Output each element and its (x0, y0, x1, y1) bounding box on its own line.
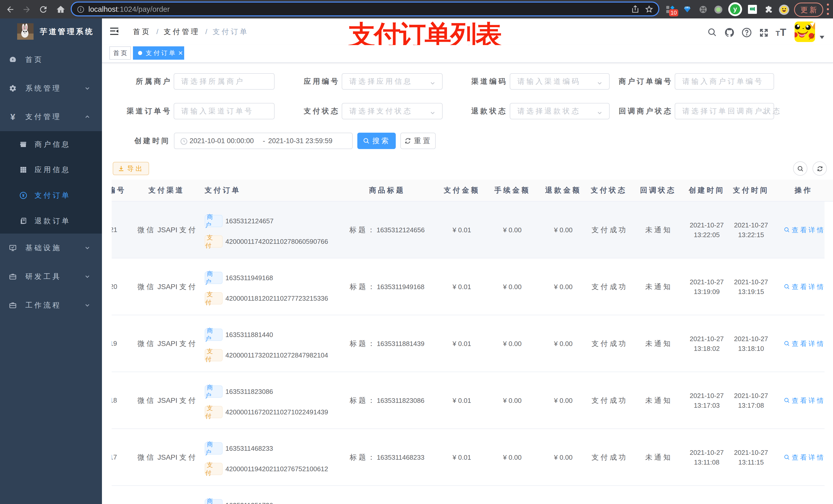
svg-text:y: y (733, 5, 737, 13)
svg-text:¥: ¥ (22, 193, 24, 198)
